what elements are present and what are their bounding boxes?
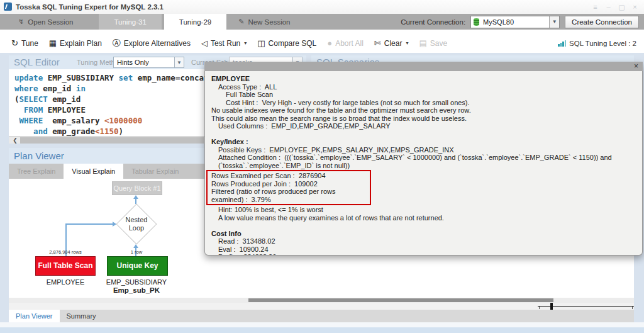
arrow-right-icon [113, 222, 116, 227]
session-tab-new-session[interactable]: ✎New Session [229, 14, 299, 30]
toolbar-item-label: Explore Alternatives [124, 39, 191, 48]
popup-line: EMPLOYEE [211, 75, 636, 83]
zoom-slider-thumb[interactable] [550, 303, 553, 310]
popup-line: Full Table Scan [211, 91, 636, 99]
left-node-table-label: EMPLOYEE [34, 278, 97, 286]
menu-icon[interactable]: ≡ [590, 3, 601, 11]
popup-line: Access Type : ALL [211, 83, 636, 91]
highlight-box: Rows Examined per Scan : 2876904Rows Pro… [206, 170, 371, 205]
right-rows-label: 1 row [118, 249, 155, 255]
session-tab-tuning-29[interactable]: Tuning-29 [164, 14, 226, 30]
minimize-icon[interactable]: – [603, 3, 614, 11]
abort-all-button: ●Abort All [327, 39, 364, 48]
open-session-icon: ↯ [18, 18, 24, 26]
test-run-icon: ◁ [201, 39, 208, 47]
session-tab-open-session[interactable]: ↯Open Session [9, 14, 82, 30]
sql-token: EMPLOYEE [43, 105, 86, 115]
dropdown-arrow-icon[interactable]: ▾ [244, 40, 247, 46]
test-run-button[interactable]: ◁Test Run▾ [201, 39, 247, 48]
left-rows-label: 2,876,904 rows [34, 249, 97, 255]
sql-token: set [119, 73, 133, 82]
sql-token: emp_grade [48, 127, 95, 136]
create-connection-button[interactable]: Create Connection [565, 16, 639, 28]
application-window: Tosska SQL Tuning Expert for MySQL 2.3.1… [0, 0, 644, 333]
close-icon[interactable]: × [634, 62, 638, 71]
compare-sql-button[interactable]: ◫Compare SQL [257, 39, 316, 48]
popup-line: Read : 313488.02 [211, 237, 636, 246]
sql-token: EMP_SUBSIDIARY [43, 73, 118, 82]
save-icon: ▤ [419, 39, 426, 47]
toolbar-item-label: Test Run [211, 39, 240, 48]
tune-button[interactable]: ↻Tune [11, 39, 38, 48]
sql-token: emp_salary [43, 116, 104, 125]
query-block-node[interactable]: Query Block #1 [112, 181, 162, 195]
toolbar-item-label: Abort All [335, 39, 364, 48]
popup-line: Cost Hint : Very High - very costly for … [211, 99, 636, 107]
chevron-down-icon[interactable]: ▼ [174, 57, 184, 67]
explain-plan-icon: ▦ [49, 39, 57, 47]
close-icon[interactable]: × [630, 3, 640, 11]
sql-token: <1150 [95, 127, 119, 136]
nested-loop-label: Nested Loop [118, 216, 155, 232]
toolbar-item-label: Compare SQL [269, 39, 317, 48]
scrollbar-thumb[interactable] [248, 298, 553, 302]
plan-viewer-title: Plan Viewer [14, 148, 64, 164]
session-tab-label: Tuning-31 [114, 18, 146, 26]
toolbar-item-label: Tune [21, 39, 38, 48]
sql-tuning-level: SQL Tuning Level : 2 [558, 33, 636, 53]
connection-value: MySQL80 [483, 18, 514, 26]
session-tab-label: New Session [248, 18, 290, 26]
tuning-method-select[interactable]: Hints Only ▼ [113, 57, 184, 68]
sql-token: emp_id [38, 84, 76, 93]
sql-token: SELECT [19, 94, 48, 104]
chevron-down-icon[interactable]: ▼ [549, 16, 559, 28]
sql-token [14, 116, 19, 125]
plan-viewer-hscrollbar[interactable] [9, 298, 634, 303]
sql-token: ) [119, 127, 124, 136]
bottom-tab-plan-viewer[interactable]: Plan Viewer [9, 310, 60, 322]
scrollbar-thumb[interactable] [20, 137, 204, 144]
zoom-slider[interactable] [9, 303, 634, 310]
popup-line [211, 222, 636, 230]
popup-line [211, 130, 636, 138]
toolbar-item-label: Clear [384, 39, 402, 48]
toolbar-item-label: Save [430, 39, 447, 48]
sql-token: FROM [24, 105, 43, 115]
popup-line: Rows Examined per Scan : 2876904 [211, 172, 367, 180]
clear-icon: ✄ [374, 39, 381, 47]
database-icon [474, 18, 479, 26]
popup-line: This could also mean the search range is… [211, 115, 636, 123]
toolbar-item-label: Explain Plan [60, 39, 102, 48]
scroll-left-arrow-icon[interactable]: ❮ [11, 137, 19, 144]
right-node-key-label: Emp_sub_PK [99, 286, 174, 294]
session-tab-label: Tuning-29 [179, 18, 211, 26]
connection-select[interactable]: MySQL80 ▼ [470, 16, 560, 28]
dropdown-arrow-icon[interactable]: ▾ [406, 40, 408, 46]
save-button: ▤Save [419, 39, 447, 48]
toolbar-items: ↻Tune▦Explain PlanⒶExplore Alternatives◁… [0, 39, 447, 48]
explore-alternatives-button[interactable]: ⒶExplore Alternatives [113, 39, 191, 48]
new-session-icon: ✎ [238, 18, 244, 26]
explain-plan-button[interactable]: ▦Explain Plan [49, 39, 102, 48]
arrow-line [65, 223, 113, 225]
session-tab-tuning-31[interactable]: Tuning-31 [99, 14, 161, 30]
full-table-scan-node[interactable]: Full Table Scan [35, 256, 96, 276]
clear-button[interactable]: ✄Clear▾ [374, 39, 409, 48]
maximize-icon[interactable]: ▢ [616, 3, 627, 11]
sql-token: WHERE [19, 116, 43, 125]
bottom-tab-bar: Plan ViewerSummary [9, 310, 634, 322]
tab-visual-explain[interactable]: Visual Explain [64, 164, 123, 179]
status-strip [0, 322, 644, 327]
popup-line: Filtered (ratio of rows produced per row… [211, 188, 367, 203]
tab-tabular-explain[interactable]: Tabular Explain [123, 164, 187, 179]
bottom-tab-summary[interactable]: Summary [60, 310, 103, 322]
unique-key-lookup-node[interactable]: Unique Key Lookup [107, 256, 168, 276]
popup-line: Cost Info [211, 230, 636, 238]
compare-sql-icon: ◫ [257, 39, 265, 47]
current-connection-label: Current Connection: [401, 18, 465, 26]
tab-tree-explain[interactable]: Tree Explain [9, 164, 64, 179]
popup-line: Hint: 100% is best, <= 1% is worst [211, 206, 636, 214]
window-title: Tosska SQL Tuning Expert for MySQL 2.3.1 [16, 0, 164, 14]
popup-title-bar[interactable]: × [204, 62, 643, 71]
popup-line: Prefix : 324388.26 [211, 253, 636, 255]
